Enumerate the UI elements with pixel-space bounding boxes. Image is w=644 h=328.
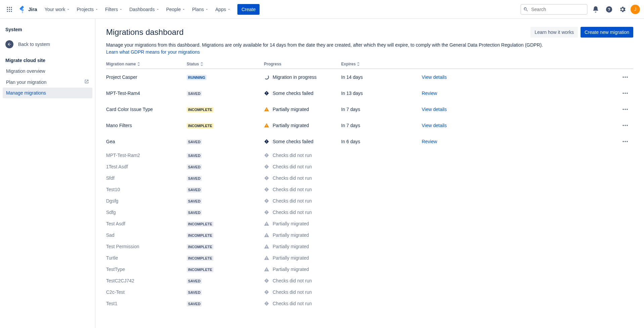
app-switcher-icon[interactable] (4, 4, 15, 15)
cell-more (620, 268, 633, 271)
cell-progress: Partially migrated (264, 105, 341, 113)
view-details-link[interactable]: View details (422, 123, 447, 128)
status-badge: SAVED (187, 139, 202, 145)
create-button[interactable]: Create (237, 4, 260, 15)
view-details-link[interactable]: View details (422, 107, 447, 112)
nav-item-apps[interactable]: Apps (212, 4, 234, 15)
page-title: Migrations dashboard (106, 28, 184, 37)
cell-progress: Checks did not run (264, 277, 341, 285)
svg-rect-38 (266, 177, 267, 178)
view-details-link[interactable]: View details (422, 74, 447, 80)
col-expires[interactable]: Expires (341, 60, 422, 68)
cell-status: INCOMPLETE (187, 242, 264, 251)
nav-item-projects[interactable]: Projects (73, 4, 102, 15)
cell-more (620, 87, 633, 100)
cell-more (620, 154, 633, 157)
notifications-icon[interactable] (590, 4, 601, 15)
create-migration-button[interactable]: Create new migration (581, 27, 633, 38)
row-more-button[interactable] (620, 104, 631, 115)
review-link[interactable]: Review (422, 139, 437, 144)
row-more-button[interactable] (620, 72, 631, 83)
svg-rect-24 (266, 125, 267, 126)
cell-name: Test Asdf (106, 220, 187, 228)
cell-action (422, 165, 620, 168)
cell-name: Sad (106, 231, 187, 239)
sidebar-item-plan-your-migration[interactable]: Plan your migration (3, 76, 92, 88)
cell-expires (341, 302, 422, 305)
cell-more (620, 211, 633, 214)
cell-expires (341, 234, 422, 236)
cell-name: TestType (106, 265, 187, 273)
info-icon (264, 198, 269, 204)
svg-rect-58 (266, 291, 267, 292)
gdpr-link[interactable]: Learn what GDPR means for your migration… (106, 49, 200, 55)
cell-progress: Partially migrated (264, 242, 341, 251)
cell-status: RUNNING (187, 73, 264, 81)
cell-action: Review (422, 138, 620, 146)
cell-expires (341, 154, 422, 157)
cell-expires (341, 200, 422, 202)
cell-name: Dgsfg (106, 197, 187, 205)
nav-item-plans[interactable]: Plans (189, 4, 212, 15)
svg-rect-45 (266, 213, 267, 213)
cell-name: Sdfg (106, 208, 187, 216)
jira-logo[interactable]: Jira (16, 6, 40, 13)
cell-status: INCOMPLETE (187, 220, 264, 228)
sidebar-item-manage-migrations[interactable]: Manage migrations (3, 88, 92, 98)
svg-point-1 (9, 7, 10, 8)
cell-progress: Checks did not run (264, 174, 341, 182)
row-more-button[interactable] (620, 120, 631, 131)
sidebar-item-migration-overview[interactable]: Migration overview (3, 66, 92, 76)
cell-expires (341, 257, 422, 259)
progress-text: Some checks failed (273, 139, 313, 144)
nav-item-your-work[interactable]: Your work (41, 4, 74, 15)
nav-item-filters[interactable]: Filters (102, 4, 126, 15)
back-to-system-link[interactable]: Back to system (3, 38, 92, 51)
progress-text: Checks did not run (273, 187, 312, 192)
cell-more (620, 291, 633, 293)
status-badge: SAVED (187, 290, 202, 295)
cell-progress: Some checks failed (264, 138, 341, 146)
cell-expires: In 7 days (341, 105, 422, 113)
progress-text: Checks did not run (273, 278, 312, 283)
cell-progress: Partially migrated (264, 220, 341, 228)
settings-icon[interactable] (617, 4, 628, 15)
review-link[interactable]: Review (422, 91, 437, 96)
svg-point-26 (623, 125, 624, 126)
cell-name: C2c-Test (106, 288, 187, 296)
svg-point-2 (11, 7, 12, 8)
warning-icon (264, 244, 269, 249)
row-more-button[interactable] (620, 88, 631, 99)
cell-more (620, 222, 633, 225)
status-badge: INCOMPLETE (187, 267, 214, 272)
svg-point-11 (623, 76, 624, 77)
user-avatar[interactable]: J (631, 5, 640, 14)
learn-how-button[interactable]: Learn how it works (531, 27, 578, 38)
svg-rect-49 (266, 236, 267, 236)
svg-rect-44 (266, 211, 267, 213)
svg-rect-42 (266, 200, 267, 201)
error-icon (264, 139, 269, 144)
cell-expires (341, 268, 422, 271)
cell-name: Mano Filters (106, 121, 187, 129)
search-input[interactable] (520, 4, 588, 15)
progress-text: Partially migrated (273, 244, 309, 249)
help-icon[interactable]: ? (604, 4, 614, 15)
nav-item-people[interactable]: People (163, 4, 189, 15)
svg-rect-53 (266, 259, 267, 259)
progress-text: Migration in progress (273, 74, 317, 80)
cell-action (422, 188, 620, 191)
col-migration-name[interactable]: Migration name (106, 60, 187, 68)
row-more-button[interactable] (620, 136, 631, 147)
info-icon (264, 278, 269, 283)
svg-rect-51 (266, 248, 267, 248)
svg-rect-50 (266, 246, 267, 247)
status-badge: SAVED (187, 301, 202, 307)
nav-item-dashboards[interactable]: Dashboards (126, 4, 163, 15)
warning-icon (264, 232, 269, 238)
cell-more (620, 119, 633, 132)
col-status[interactable]: Status (187, 60, 264, 68)
cell-progress: Partially migrated (264, 121, 341, 129)
cell-more (620, 103, 633, 116)
status-badge: SAVED (187, 153, 202, 158)
